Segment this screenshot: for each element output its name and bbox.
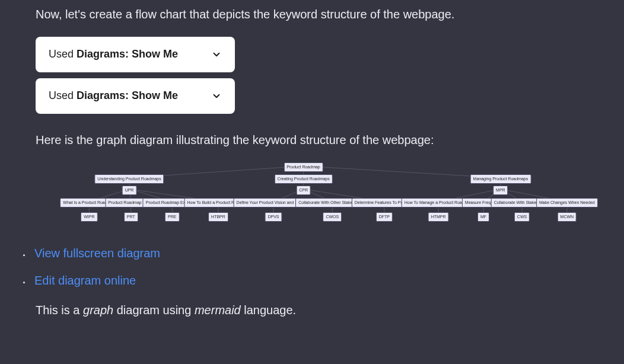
diagram-node: Make Changes When Needed (536, 198, 598, 207)
diagram-node: Product Roadmap (284, 162, 323, 172)
diagram-node: CWS (514, 212, 530, 222)
footer-paragraph: This is a graph diagram using mermaid la… (36, 302, 588, 318)
diagram-node: HTMPR (428, 212, 449, 222)
diagram-node: MPR (493, 186, 508, 195)
view-fullscreen-link[interactable]: View fullscreen diagram (34, 247, 160, 260)
list-item: View fullscreen diagram (31, 245, 588, 261)
diagram-node: DFTP (376, 212, 393, 222)
diagram-node: CPR (296, 186, 311, 195)
diagram-node: PRT (124, 212, 138, 222)
diagram-links-list: View fullscreen diagram Edit diagram onl… (31, 245, 588, 289)
keyword-structure-diagram: Product RoadmapUnderstanding Product Roa… (36, 159, 588, 224)
intro-paragraph: Now, let's create a flow chart that depi… (36, 6, 588, 23)
diagram-node: UPR (122, 186, 137, 195)
diagram-node: WIPR (81, 212, 97, 222)
diagram-node: Creating Product Roadmaps (274, 174, 332, 184)
diagram-node: PRE (165, 212, 179, 222)
diagram-node: Understanding Product Roadmaps (94, 174, 164, 184)
diagram-node: Managing Product Roadmaps (470, 174, 531, 184)
list-item: Edit diagram online (31, 272, 588, 289)
edit-diagram-link[interactable]: Edit diagram online (34, 274, 136, 287)
chevron-down-icon (211, 91, 222, 101)
diagram-node: HTBPR (208, 212, 228, 222)
tool-call-label: Used Diagrams: Show Me (49, 88, 178, 103)
tool-call-pill[interactable]: Used Diagrams: Show Me (36, 37, 235, 72)
diagram-node: DPVS (265, 212, 282, 222)
diagram-node: CWOS (323, 212, 342, 222)
diagram-node: MF (477, 212, 489, 222)
diagram-node: MCWN (558, 212, 577, 222)
chevron-down-icon (211, 49, 222, 60)
result-paragraph: Here is the graph diagram illustrating t… (36, 132, 588, 148)
tool-call-label: Used Diagrams: Show Me (49, 47, 178, 62)
tool-call-pill[interactable]: Used Diagrams: Show Me (36, 78, 235, 114)
